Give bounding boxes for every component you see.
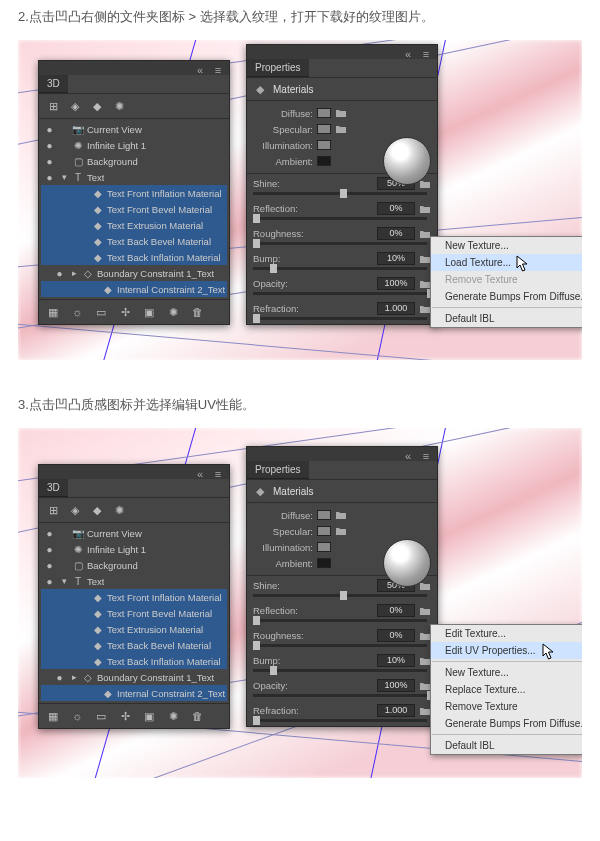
add-icon[interactable]: ✺ <box>165 708 181 724</box>
tree-row[interactable]: ●✺Infinite Light 1 <box>41 137 227 153</box>
filter-material-icon[interactable]: ◆ <box>89 502 105 518</box>
menu-item[interactable]: Default IBL <box>431 737 582 754</box>
color-swatch[interactable] <box>317 124 331 134</box>
filter-scene-icon[interactable]: ⊞ <box>45 502 61 518</box>
menu-item[interactable]: Generate Bumps From Diffuse... <box>431 715 582 732</box>
camera-icon[interactable]: ▣ <box>141 304 157 320</box>
color-swatch[interactable] <box>317 542 331 552</box>
color-swatch[interactable] <box>317 558 331 568</box>
tree-row[interactable]: ●📷Current View <box>41 121 227 137</box>
tree-row[interactable]: ◆Text Front Inflation Material <box>41 589 227 605</box>
menu-item[interactable]: Remove Texture <box>431 698 582 715</box>
slider-knob[interactable] <box>340 591 347 600</box>
add-icon[interactable]: ✺ <box>165 304 181 320</box>
slider-value[interactable]: 0% <box>377 202 415 215</box>
render-icon[interactable]: ▦ <box>45 304 61 320</box>
collapse-icon[interactable]: « <box>193 63 207 77</box>
tree-row[interactable]: ◆Text Extrusion Material <box>41 217 227 233</box>
slider-knob[interactable] <box>253 214 260 223</box>
expand-chevron-icon[interactable]: ▸ <box>69 672 79 682</box>
slider-track[interactable] <box>253 669 427 672</box>
slider-track[interactable] <box>253 694 427 697</box>
color-swatch[interactable] <box>317 510 331 520</box>
menu-item[interactable]: Replace Texture... <box>431 681 582 698</box>
material-preview-sphere[interactable] <box>383 137 431 185</box>
slider-track[interactable] <box>253 644 427 647</box>
folder-icon[interactable] <box>335 525 347 537</box>
axis-icon[interactable]: ✢ <box>117 708 133 724</box>
filter-mesh-icon[interactable]: ◈ <box>67 98 83 114</box>
visibility-toggle-icon[interactable]: ● <box>43 528 56 539</box>
tree-row[interactable]: ●✺Infinite Light 1 <box>41 541 227 557</box>
color-swatch[interactable] <box>317 156 331 166</box>
slider-track[interactable] <box>253 317 427 320</box>
filter-light-icon[interactable]: ✺ <box>111 98 127 114</box>
tree-row[interactable]: ◆Text Front Inflation Material <box>41 185 227 201</box>
camera-icon[interactable]: ▣ <box>141 708 157 724</box>
tree-row[interactable]: ●▸◇Boundary Constraint 1_Text <box>41 669 227 685</box>
tree-row[interactable]: ◆Text Back Bevel Material <box>41 233 227 249</box>
expand-chevron-icon[interactable]: ▾ <box>59 576 69 586</box>
slider-track[interactable] <box>253 267 427 270</box>
collapse-icon[interactable]: « <box>401 449 415 463</box>
trash-icon[interactable]: 🗑 <box>189 304 205 320</box>
slider-value[interactable]: 1.000 <box>377 302 415 315</box>
slider-knob[interactable] <box>253 641 260 650</box>
folder-icon[interactable] <box>335 509 347 521</box>
material-preview-sphere[interactable] <box>383 539 431 587</box>
visibility-toggle-icon[interactable]: ● <box>43 560 56 571</box>
tree-row[interactable]: ●▾TText <box>41 573 227 589</box>
tree-row[interactable]: ●📷Current View <box>41 525 227 541</box>
panel-tab-properties[interactable]: Properties <box>247 461 309 479</box>
folder-icon[interactable] <box>335 123 347 135</box>
panel-tab-3d[interactable]: 3D <box>39 479 68 497</box>
menu-item[interactable]: Edit Texture... <box>431 625 582 642</box>
panel-tab-3d[interactable]: 3D <box>39 75 68 93</box>
color-swatch[interactable] <box>317 140 331 150</box>
panel-tab-properties[interactable]: Properties <box>247 59 309 77</box>
slider-track[interactable] <box>253 192 427 195</box>
slider-value[interactable]: 100% <box>377 277 415 290</box>
filter-mesh-icon[interactable]: ◈ <box>67 502 83 518</box>
tree-row[interactable]: ◆Text Back Inflation Material <box>41 653 227 669</box>
folder-icon[interactable] <box>419 605 431 617</box>
tree-row[interactable]: ●▸◇Boundary Constraint 1_Text <box>41 265 227 281</box>
slider-value[interactable]: 10% <box>377 252 415 265</box>
collapse-icon[interactable]: « <box>193 467 207 481</box>
expand-chevron-icon[interactable]: ▸ <box>69 268 79 278</box>
color-swatch[interactable] <box>317 526 331 536</box>
visibility-toggle-icon[interactable]: ● <box>43 124 56 135</box>
menu-icon[interactable]: ≡ <box>211 467 225 481</box>
collapse-icon[interactable]: « <box>401 47 415 61</box>
render-icon[interactable]: ▦ <box>45 708 61 724</box>
visibility-toggle-icon[interactable]: ● <box>43 172 56 183</box>
light-toggle-icon[interactable]: ☼ <box>69 708 85 724</box>
slider-track[interactable] <box>253 292 427 295</box>
menu-item[interactable]: Generate Bumps From Diffuse... <box>431 288 582 305</box>
menu-item[interactable]: Load Texture... <box>431 254 582 271</box>
tree-row[interactable]: ◆Text Back Bevel Material <box>41 637 227 653</box>
slider-value[interactable]: 0% <box>377 629 415 642</box>
tree-row[interactable]: ●▢Background <box>41 557 227 573</box>
light-toggle-icon[interactable]: ☼ <box>69 304 85 320</box>
plane-icon[interactable]: ▭ <box>93 708 109 724</box>
plane-icon[interactable]: ▭ <box>93 304 109 320</box>
menu-item[interactable]: Default IBL <box>431 310 582 327</box>
slider-track[interactable] <box>253 719 427 722</box>
slider-knob[interactable] <box>253 314 260 323</box>
menu-icon[interactable]: ≡ <box>419 47 433 61</box>
folder-icon[interactable] <box>335 107 347 119</box>
slider-track[interactable] <box>253 217 427 220</box>
slider-value[interactable]: 10% <box>377 654 415 667</box>
slider-value[interactable]: 0% <box>377 227 415 240</box>
tree-row[interactable]: ●▾TText <box>41 169 227 185</box>
visibility-toggle-icon[interactable]: ● <box>43 156 56 167</box>
tree-row[interactable]: ◆Text Back Inflation Material <box>41 249 227 265</box>
slider-knob[interactable] <box>340 189 347 198</box>
trash-icon[interactable]: 🗑 <box>189 708 205 724</box>
menu-item[interactable]: Edit UV Properties... <box>431 642 582 659</box>
menu-icon[interactable]: ≡ <box>419 449 433 463</box>
visibility-toggle-icon[interactable]: ● <box>43 544 56 555</box>
slider-knob[interactable] <box>253 616 260 625</box>
slider-track[interactable] <box>253 594 427 597</box>
